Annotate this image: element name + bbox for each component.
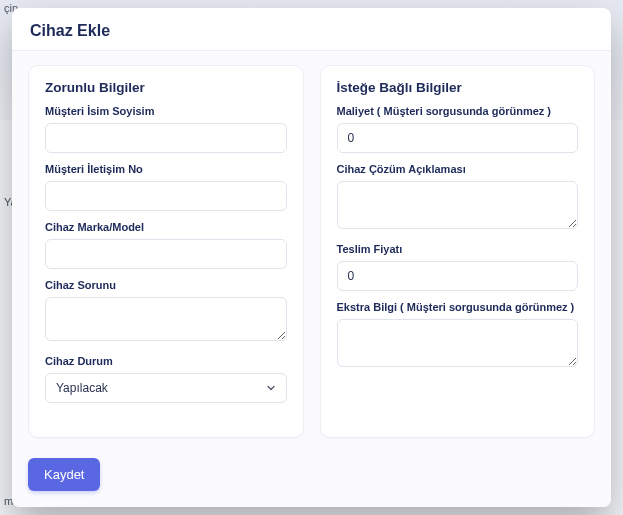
optional-info-card: İsteğe Bağlı Bilgiler Maliyet ( Müşteri … (320, 65, 596, 438)
modal-header: Cihaz Ekle (12, 8, 611, 51)
cost-input[interactable] (337, 123, 579, 153)
customer-name-input[interactable] (45, 123, 287, 153)
save-button[interactable]: Kaydet (28, 458, 100, 491)
customer-name-label: Müşteri İsim Soyisim (45, 105, 287, 117)
delivery-price-label: Teslim Fiyatı (337, 243, 579, 255)
device-problem-textarea[interactable] (45, 297, 287, 341)
extra-info-textarea[interactable] (337, 319, 579, 367)
customer-contact-input[interactable] (45, 181, 287, 211)
customer-contact-label: Müşteri İletişim No (45, 163, 287, 175)
modal-body: Zorunlu Bilgiler Müşteri İsim Soyisim Mü… (12, 51, 611, 452)
delivery-price-input[interactable] (337, 261, 579, 291)
modal-footer: Kaydet (12, 452, 611, 507)
required-info-card: Zorunlu Bilgiler Müşteri İsim Soyisim Mü… (28, 65, 304, 438)
modal-title: Cihaz Ekle (30, 22, 593, 40)
device-model-label: Cihaz Marka/Model (45, 221, 287, 233)
optional-info-title: İsteğe Bağlı Bilgiler (337, 80, 579, 95)
solution-label: Cihaz Çözüm Açıklaması (337, 163, 579, 175)
device-status-select[interactable]: Yapılacak (45, 373, 287, 403)
solution-textarea[interactable] (337, 181, 579, 229)
cost-label: Maliyet ( Müşteri sorgusunda görünmez ) (337, 105, 579, 117)
add-device-modal: Cihaz Ekle Zorunlu Bilgiler Müşteri İsim… (12, 8, 611, 507)
device-problem-label: Cihaz Sorunu (45, 279, 287, 291)
device-model-input[interactable] (45, 239, 287, 269)
extra-info-label: Ekstra Bilgi ( Müşteri sorgusunda görünm… (337, 301, 579, 313)
device-status-label: Cihaz Durum (45, 355, 287, 367)
required-info-title: Zorunlu Bilgiler (45, 80, 287, 95)
